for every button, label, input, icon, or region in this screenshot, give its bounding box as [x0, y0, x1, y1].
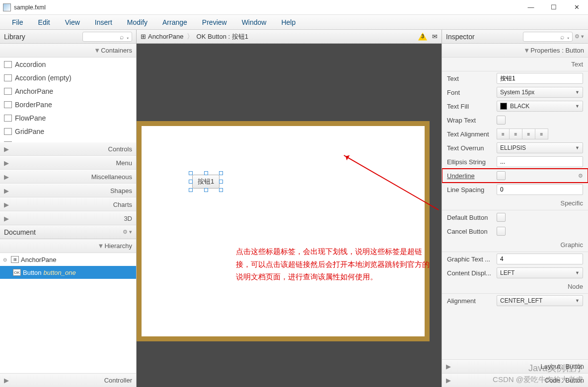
cancelbutton-checkbox[interactable]	[497, 227, 506, 236]
handle-tr[interactable]	[219, 171, 223, 175]
left-column: Library ⌕ ▾ ▼ Containers Accordion Accor…	[0, 30, 137, 387]
inspector-bottom-code[interactable]: ▶Code : Button	[442, 373, 588, 387]
cat-charts[interactable]: ▶Charts	[0, 197, 136, 211]
lib-item-accordion[interactable]: Accordion	[0, 58, 136, 71]
text-input[interactable]	[497, 73, 583, 84]
canvas-inner[interactable]: 按钮1 点击这些标题标签，会出现下划线，说明这些标签是超链接，可以点击该超链接然…	[142, 126, 425, 336]
anchorpane-icon: ⊞	[11, 256, 19, 263]
prop-cancelbutton: Cancel Button	[442, 224, 588, 238]
handle-mr[interactable]	[219, 180, 223, 184]
gear-icon[interactable]: ⚙	[578, 173, 583, 179]
handle-bm[interactable]	[204, 188, 208, 192]
properties-list: Text Text FontSystem 15px▼ Text FillBLAC…	[442, 58, 588, 359]
menu-edit[interactable]: Edit	[31, 16, 57, 28]
wraptext-checkbox[interactable]	[497, 116, 506, 125]
canvas-column: ⊞AnchorPane 〉 OKButton : 按钮1 3 ✉ 按钮1	[137, 30, 441, 387]
library-section-containers[interactable]: ▼ Containers	[0, 44, 136, 58]
menu-modify[interactable]: Modify	[120, 16, 154, 28]
minimize-button[interactable]: —	[519, 0, 542, 15]
selection-handles	[189, 171, 223, 192]
chevron-right-icon: ▶	[4, 377, 9, 384]
chevron-right-icon: ▶	[446, 363, 451, 370]
inspector-column: Inspector ⌕ ▾ ⚙ ▾ ▼ Properties : Button …	[441, 30, 588, 387]
menu-preview[interactable]: Preview	[195, 16, 234, 28]
document-bottom-controller[interactable]: ▶ Controller	[0, 373, 136, 387]
document-section-hierarchy[interactable]: ▼ Hierarchy	[0, 239, 136, 253]
anchorpane-icon: ⊞	[141, 33, 146, 40]
close-button[interactable]: ✕	[565, 0, 588, 15]
breadcrumb-sep: 〉	[187, 32, 194, 41]
containers-label: Containers	[101, 47, 132, 54]
maximize-button[interactable]: ☐	[542, 0, 565, 15]
align-left-toggle[interactable]: ≡	[497, 129, 510, 139]
align-justify-toggle[interactable]: ≡	[535, 129, 548, 139]
ellipsis-input[interactable]	[497, 156, 583, 167]
font-combo[interactable]: System 15px▼	[497, 87, 583, 98]
inspector-header: Inspector ⌕ ▾ ⚙ ▾	[442, 30, 588, 44]
inspector-search[interactable]: ⌕ ▾	[523, 32, 573, 42]
handle-tm[interactable]	[204, 171, 208, 175]
cat-menu[interactable]: ▶Menu	[0, 156, 136, 170]
overrun-combo[interactable]: ELLIPSIS▼	[497, 142, 583, 153]
chevron-down-icon: ▼	[523, 47, 530, 54]
design-canvas[interactable]: 按钮1 点击这些标题标签，会出现下划线，说明这些标签是超链接，可以点击该超链接然…	[137, 44, 441, 387]
underline-checkbox[interactable]	[497, 171, 506, 180]
container-icon	[4, 61, 12, 68]
lib-item-accordion-empty[interactable]: Accordion (empty)	[0, 71, 136, 84]
cat-controls[interactable]: ▶Controls	[0, 142, 136, 156]
align-right-toggle[interactable]: ≡	[522, 129, 535, 139]
menu-insert[interactable]: Insert	[88, 16, 119, 28]
lib-item-gridpane[interactable]: GridPane	[0, 125, 136, 138]
button-icon: OK	[197, 33, 206, 40]
lib-item-flowpane[interactable]: FlowPane	[0, 111, 136, 125]
cat-misc[interactable]: ▶Miscellaneous	[0, 170, 136, 184]
inspector-bottom-layout[interactable]: ▶Layout : Button	[442, 359, 588, 373]
handle-ml[interactable]	[189, 180, 193, 184]
contentdisplay-combo[interactable]: LEFT▼	[497, 267, 583, 278]
menu-help[interactable]: Help	[274, 16, 302, 28]
menu-file[interactable]: File	[5, 16, 30, 28]
inspector-section-properties[interactable]: ▼ Properties : Button	[442, 44, 588, 58]
lib-item-anchorpane[interactable]: AnchorPane	[0, 84, 136, 98]
disclosure-icon[interactable]: ⊖	[3, 257, 9, 262]
gear-icon[interactable]: ⚙ ▾	[575, 33, 584, 40]
cat-3d[interactable]: ▶3D	[0, 211, 136, 225]
textfill-combo[interactable]: BLACK▼	[497, 101, 583, 112]
gear-icon[interactable]: ⚙ ▾	[123, 229, 132, 235]
message-icon[interactable]: ✉	[432, 33, 438, 40]
hierarchy-root[interactable]: ⊖ ⊞ AnchorPane	[0, 253, 136, 266]
library-search[interactable]: ⌕ ▾	[82, 32, 132, 42]
align-center-toggle[interactable]: ≡	[510, 129, 522, 139]
hierarchy-button[interactable]: OK Button button_one	[0, 266, 136, 279]
defaultbutton-checkbox[interactable]	[497, 213, 506, 222]
cat-shapes[interactable]: ▶Shapes	[0, 184, 136, 197]
document-title: Document	[4, 228, 36, 236]
annotation-arrow	[344, 155, 439, 210]
prop-contentdisplay: Content Displ...LEFT▼	[442, 266, 588, 280]
alignment-combo[interactable]: CENTER_LEFT▼	[497, 295, 583, 306]
chevron-right-icon: ▶	[4, 159, 11, 167]
fx-button[interactable]: 按钮1	[192, 175, 220, 189]
fxid-label: button_one	[44, 269, 76, 276]
breadcrumb-anchorpane[interactable]: ⊞AnchorPane	[141, 33, 184, 40]
library-title: Library	[4, 33, 25, 41]
underline-link[interactable]: Underline	[447, 172, 493, 180]
inspector-title: Inspector	[446, 33, 475, 41]
handle-br[interactable]	[219, 188, 223, 192]
breadcrumb-button[interactable]: OKButton : 按钮1	[197, 32, 248, 41]
warning-badge[interactable]: 3	[418, 33, 427, 41]
chevron-down-icon: ▼	[94, 47, 101, 54]
selected-button-node[interactable]: 按钮1	[192, 175, 220, 189]
menu-window[interactable]: Window	[235, 16, 274, 28]
menu-arrange[interactable]: Arrange	[155, 16, 194, 28]
handle-bl[interactable]	[189, 188, 193, 192]
lib-item-borderpane[interactable]: BorderPane	[0, 98, 136, 111]
lib-item-hbox[interactable]: HBox	[0, 138, 136, 142]
prop-defaultbutton: Default Button	[442, 210, 588, 224]
handle-tl[interactable]	[189, 171, 193, 175]
graphictext-input[interactable]	[497, 254, 583, 264]
menu-view[interactable]: View	[58, 16, 87, 28]
prop-alignment: AlignmentCENTER_LEFT▼	[442, 294, 588, 308]
hierarchy-tree: ⊖ ⊞ AnchorPane OK Button button_one	[0, 253, 136, 373]
linespacing-input[interactable]	[497, 184, 583, 195]
